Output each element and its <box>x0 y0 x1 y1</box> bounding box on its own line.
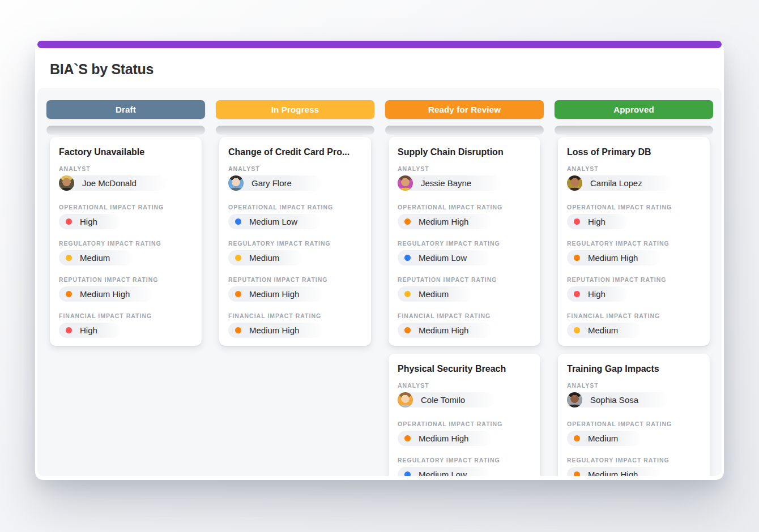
rating-label: FINANCIAL IMPACT RATING <box>567 312 701 319</box>
analyst-chip: Jessie Bayne <box>398 175 501 191</box>
analyst-name: Camila Lopez <box>590 178 642 188</box>
kanban-board: DraftFactory UnavailableANALYSTJoe McDon… <box>37 88 722 476</box>
rating-field: OPERATIONAL IMPACT RATINGMedium Low <box>228 204 362 229</box>
rating-label: REGULATORY IMPACT RATING <box>59 240 193 247</box>
rating-field: REPUTATION IMPACT RATINGMedium High <box>228 276 362 302</box>
analyst-name: Jessie Bayne <box>421 178 471 188</box>
column-stack-bar <box>385 126 544 135</box>
bia-card[interactable]: Physical Security BreachANALYSTCole Tomi… <box>389 354 540 476</box>
rating-label: FINANCIAL IMPACT RATING <box>59 312 193 319</box>
card-title: Factory Unavailable <box>59 147 193 157</box>
analyst-chip: Gary Flore <box>228 175 321 191</box>
bia-card[interactable]: Change of Credit Card Pro...ANALYSTGary … <box>219 137 371 346</box>
rating-dot <box>66 255 72 261</box>
bia-card[interactable]: Factory UnavailableANALYSTJoe McDonaldOP… <box>50 137 202 346</box>
analyst-label: ANALYST <box>567 165 701 172</box>
card-title: Supply Chain Disruption <box>398 147 531 157</box>
column-stack-bar <box>216 126 374 135</box>
analyst-name: Gary Flore <box>251 178 292 188</box>
rating-field: FINANCIAL IMPACT RATINGHigh <box>59 312 193 338</box>
rating-chip: Medium High <box>228 323 322 338</box>
board-column-in-progress: In ProgressChange of Credit Card Pro...A… <box>216 100 374 476</box>
rating-field: REGULATORY IMPACT RATINGMedium Low <box>398 457 531 476</box>
rating-value: Medium <box>249 253 279 263</box>
board-column-ready-for-review: Ready for ReviewSupply Chain DisruptionA… <box>385 100 544 476</box>
rating-dot <box>66 218 72 225</box>
rating-value: Medium High <box>80 289 130 299</box>
column-header-draft[interactable]: Draft <box>46 100 205 119</box>
rating-dot <box>235 327 241 333</box>
rating-value: Medium <box>588 434 618 443</box>
rating-dot <box>574 218 580 225</box>
rating-label: REPUTATION IMPACT RATING <box>59 276 193 283</box>
rating-field: OPERATIONAL IMPACT RATINGMedium <box>567 421 701 446</box>
accent-bar <box>37 41 722 48</box>
rating-dot <box>574 471 580 476</box>
board-column-approved: ApprovedLoss of Primary DBANALYSTCamila … <box>555 100 713 476</box>
rating-value: Medium <box>588 325 618 335</box>
rating-dot <box>404 291 411 297</box>
column-stack-bar <box>46 126 205 135</box>
rating-value: High <box>80 217 97 226</box>
rating-value: Medium Low <box>419 470 467 476</box>
column-header-ready-for-review[interactable]: Ready for Review <box>385 100 544 119</box>
analyst-chip: Camila Lopez <box>567 175 672 191</box>
rating-field: FINANCIAL IMPACT RATINGMedium High <box>228 312 362 338</box>
rating-value: High <box>588 289 606 299</box>
rating-value: Medium High <box>419 325 468 335</box>
rating-label: OPERATIONAL IMPACT RATING <box>59 204 193 211</box>
rating-chip: Medium High <box>59 286 152 302</box>
app-window: BIA`S by Status DraftFactory Unavailable… <box>35 42 724 480</box>
rating-chip: High <box>567 286 628 302</box>
bia-card[interactable]: Loss of Primary DBANALYSTCamila LopezOPE… <box>558 137 710 346</box>
rating-chip: Medium High <box>398 431 491 446</box>
rating-dot <box>574 255 580 261</box>
rating-dot <box>574 291 580 297</box>
analyst-field: ANALYSTJessie Bayne <box>398 165 531 193</box>
bia-card[interactable]: Training Gap ImpactsANALYSTSophia SosaOP… <box>558 354 710 476</box>
rating-field: OPERATIONAL IMPACT RATINGMedium High <box>398 421 531 446</box>
rating-value: Medium <box>80 253 110 263</box>
rating-field: REPUTATION IMPACT RATINGHigh <box>567 276 701 302</box>
analyst-chip: Sophia Sosa <box>567 392 668 407</box>
rating-chip: Medium High <box>567 250 660 265</box>
rating-dot <box>66 291 72 297</box>
rating-label: FINANCIAL IMPACT RATING <box>398 312 531 319</box>
analyst-name: Sophia Sosa <box>590 395 638 405</box>
rating-dot <box>235 255 241 261</box>
column-header-in-progress[interactable]: In Progress <box>216 100 374 119</box>
rating-label: REGULATORY IMPACT RATING <box>228 240 362 247</box>
rating-label: REGULATORY IMPACT RATING <box>567 240 701 247</box>
bia-card[interactable]: Supply Chain DisruptionANALYSTJessie Bay… <box>389 137 540 346</box>
rating-label: OPERATIONAL IMPACT RATING <box>398 421 531 427</box>
rating-chip: Medium <box>228 250 302 265</box>
rating-label: OPERATIONAL IMPACT RATING <box>567 204 701 211</box>
analyst-label: ANALYST <box>398 382 531 389</box>
rating-field: REGULATORY IMPACT RATINGMedium <box>59 240 193 265</box>
analyst-avatar <box>567 392 582 407</box>
rating-dot <box>66 327 72 333</box>
rating-value: Medium Low <box>249 217 297 226</box>
card-title: Loss of Primary DB <box>567 147 701 157</box>
analyst-avatar <box>228 175 244 191</box>
rating-chip: Medium <box>567 431 641 446</box>
rating-value: High <box>588 217 606 226</box>
rating-value: Medium High <box>249 325 299 335</box>
rating-chip: Medium High <box>398 214 491 229</box>
rating-chip: Medium Low <box>398 250 489 265</box>
rating-dot <box>404 255 411 261</box>
rating-value: Medium High <box>588 470 638 476</box>
rating-value: Medium High <box>419 434 468 443</box>
rating-label: REGULATORY IMPACT RATING <box>398 457 531 464</box>
rating-dot <box>235 218 241 225</box>
window-header: BIA`S by Status <box>35 42 724 88</box>
rating-field: REGULATORY IMPACT RATINGMedium Low <box>398 240 531 265</box>
rating-label: REPUTATION IMPACT RATING <box>398 276 531 283</box>
rating-dot <box>404 218 411 225</box>
analyst-field: ANALYSTGary Flore <box>228 165 362 193</box>
analyst-label: ANALYST <box>567 382 701 389</box>
analyst-avatar <box>398 175 413 191</box>
column-header-approved[interactable]: Approved <box>555 100 713 119</box>
rating-chip: Medium <box>59 250 133 265</box>
rating-label: REPUTATION IMPACT RATING <box>228 276 362 283</box>
